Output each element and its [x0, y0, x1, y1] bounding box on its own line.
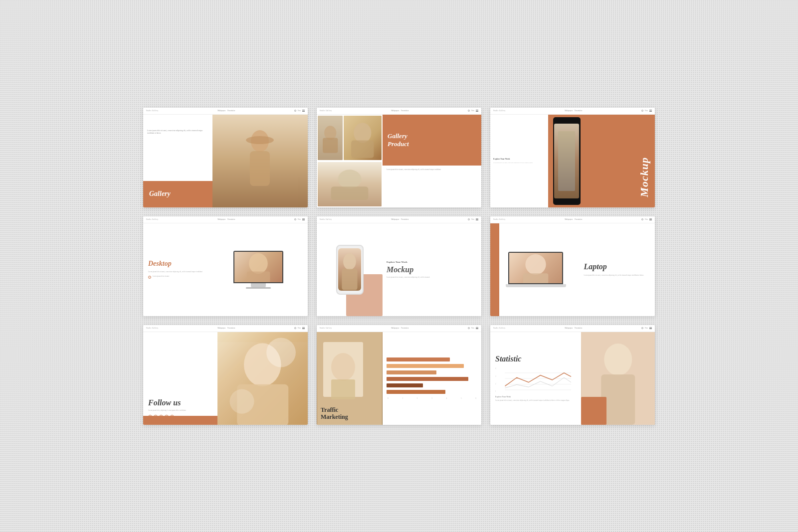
nav-menu-1[interactable] [302, 110, 305, 112]
slide-5: Studio Gallery Multipurpose Presentation… [317, 216, 481, 316]
nav-center-2b: Presentation [401, 110, 408, 112]
nav-menu-3[interactable] [649, 110, 652, 112]
slide-8-bar-2 [387, 364, 464, 368]
nav-center-4b: Presentation [227, 218, 235, 220]
slide-4-icon-row: ✦ Lorem ipsum dolor sit amet [148, 275, 204, 280]
nav-left-9: Studio Gallery [493, 327, 506, 329]
svg-point-9 [249, 253, 268, 273]
nav-center-2a: Multipurpose [391, 110, 399, 112]
nav-menu-2[interactable] [476, 110, 478, 112]
svg-point-13 [525, 254, 546, 275]
slide-5-text: Explore Your Work Mockup Lorem ipsum dol… [383, 223, 481, 316]
nav-menu-7[interactable] [302, 327, 305, 329]
slide-3-title: Mockup [638, 157, 651, 197]
slide-8-bar-row-2 [387, 364, 477, 368]
slide-6-orange-side [490, 223, 499, 316]
nav-search-icon-4[interactable] [294, 218, 296, 220]
nav-view-9: View [645, 327, 648, 329]
slide-3-phone-screen [554, 124, 579, 198]
nav-menu-9[interactable] [649, 327, 652, 329]
nav-left-6: Studio Gallery [493, 218, 506, 220]
slide-7-right-photo [217, 332, 308, 425]
slide-9: Studio Gallery Multipurpose Presentation… [490, 325, 655, 425]
slide-5-phone-inner [338, 248, 361, 290]
nav-center-3a: Multipurpose [565, 110, 573, 112]
slide-2: Studio Gallery Multipurpose Presentation… [317, 108, 481, 207]
nav-center-8a: Multipurpose [391, 327, 399, 329]
nav-menu-5[interactable] [476, 218, 478, 220]
slide-2-photo-tr [344, 116, 382, 160]
svg-rect-12 [342, 269, 357, 290]
nav-center-5a: Multipurpose [391, 218, 399, 220]
slide-6-laptop [508, 252, 563, 287]
slide-5-phone-section [317, 223, 383, 316]
nav-menu-4[interactable] [302, 218, 305, 220]
nav-search-icon-3[interactable] [641, 110, 643, 112]
slide-4: Studio Gallery Multipurpose Presentation… [143, 216, 308, 316]
nav-view-5: View [471, 218, 474, 220]
slide-8-left-photo: Traffic Marketing [317, 332, 383, 425]
nav-center-2: Presentation [227, 110, 235, 112]
slide-6-svg [509, 253, 562, 283]
grid-container: Studio Gallery Multipurpose Presentation… [143, 108, 655, 425]
nav-left-1: Studio Gallery [146, 110, 159, 112]
nav-menu-8[interactable] [476, 327, 478, 329]
nav-view-7: View [298, 327, 301, 329]
slide-8-bar-1 [387, 357, 450, 361]
svg-point-7 [338, 170, 362, 188]
slide-2-photo-top [317, 115, 383, 161]
nav-center-3b: Presentation [575, 110, 582, 112]
nav-search-icon-5[interactable] [468, 218, 470, 220]
slide-4-icon: ✦ [148, 276, 151, 279]
nav-left-7: Studio Gallery [146, 327, 159, 329]
slide-8-bar-row-5 [387, 383, 477, 387]
slide-2-left-photos [317, 115, 383, 207]
nav-center-8b: Presentation [401, 327, 408, 329]
nav-center-6a: Multipurpose [565, 218, 573, 220]
slide-6-right-text: Laptop Lorem ipsum dolor sit amet, conse… [581, 258, 655, 281]
nav-menu-6[interactable] [649, 218, 652, 220]
svg-point-17 [266, 338, 296, 367]
svg-point-11 [343, 253, 356, 270]
nav-center-7a: Multipurpose [217, 327, 225, 329]
slide-1-photo [212, 115, 308, 207]
svg-rect-14 [523, 273, 548, 283]
slide-8-bar-row-3 [387, 370, 477, 374]
nav-search-icon-7[interactable] [294, 327, 296, 329]
nav-center-6b: Presentation [575, 218, 582, 220]
slide-3-phone [553, 117, 581, 205]
nav-search-icon-2[interactable] [468, 110, 470, 112]
slide-6-screen [508, 252, 563, 284]
nav-search-icon-1[interactable] [294, 110, 296, 112]
nav-search-icon-6[interactable] [641, 218, 643, 220]
slide-2-photo-bi [318, 162, 382, 206]
slide-8-chart: 0 1 2 3 4 5 6 [383, 332, 481, 425]
nav-view-6: View [645, 218, 648, 220]
slide-7-left: Follow us Lorem ipsum dolor, adipiscing.… [143, 332, 217, 425]
svg-point-1 [246, 136, 274, 144]
nav-center-5b: Presentation [401, 218, 408, 220]
nav-center-7b: Presentation [227, 327, 235, 329]
slide-8: Studio Gallery Multipurpose Presentation… [317, 325, 481, 425]
slide-3-person [558, 131, 576, 191]
nav-search-icon-8[interactable] [468, 327, 470, 329]
nav-center-9a: Multipurpose [565, 327, 573, 329]
svg-rect-2 [250, 151, 270, 186]
slide-8-bar-row-6 [387, 390, 477, 394]
slide-9-desc: Lorem ipsum dolor sit amet, consectetur … [495, 399, 576, 402]
slide-9-chart: 4 3 2 1 [495, 367, 576, 392]
svg-point-21 [331, 353, 355, 381]
slide-7: Studio Gallery Multipurpose Presentation… [143, 325, 308, 425]
slide-7-title: Follow us [148, 398, 212, 407]
slide-2-title: Gallery [388, 132, 476, 140]
nav-left-2: Studio Gallery [320, 110, 332, 112]
nav-search-icon-9[interactable] [641, 327, 643, 329]
slide-2-orange-box: Gallery Product [383, 115, 481, 166]
slide-8-bar-4 [387, 377, 468, 381]
slide-2-svg-tl [318, 116, 343, 160]
slide-8-bar-row-4 [387, 377, 477, 381]
slide-1-figure [212, 115, 308, 207]
nav-view-1: View [298, 110, 301, 112]
nav-center-1: Multipurpose [217, 110, 225, 112]
slide-8-title-1: Traffic [321, 406, 348, 413]
